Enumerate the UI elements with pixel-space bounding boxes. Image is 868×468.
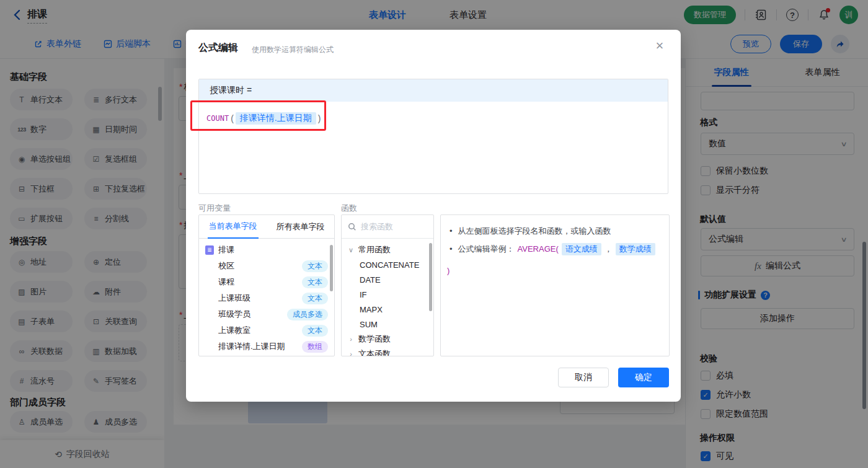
function-group-common[interactable]: ∨ 常用函数 bbox=[342, 242, 433, 257]
example-function-name: AVERAGE( bbox=[518, 241, 559, 257]
close-icon[interactable]: × bbox=[651, 37, 668, 55]
example-field-chip: 语文成绩 bbox=[562, 243, 601, 255]
variables-panel: 当前表单字段 所有表单字段 ≣ 排课 校区 文本 课程 文本 上课班级 文本 班… bbox=[198, 214, 335, 356]
function-item[interactable]: MAPX bbox=[342, 302, 433, 317]
field-type-badge: 文本 bbox=[302, 260, 328, 272]
help-panel: • 从左侧面板选择字段名和函数，或输入函数 • 公式编辑举例： AVERAGE(… bbox=[440, 214, 670, 356]
tab-all-form-fields[interactable]: 所有表单字段 bbox=[267, 215, 334, 238]
field-type-badge: 文本 bbox=[302, 276, 328, 288]
function-item[interactable]: IF bbox=[342, 287, 433, 302]
function-item[interactable]: SUM bbox=[342, 317, 433, 332]
chevron-expanded-icon: ∨ bbox=[348, 246, 354, 254]
variable-field-row[interactable]: 校区 文本 bbox=[199, 258, 334, 274]
form-doc-icon: ≣ bbox=[205, 245, 214, 255]
function-item[interactable]: DATE bbox=[342, 272, 433, 287]
formula-expression: COUNT ( 排课详情.上课日期 ) bbox=[206, 110, 321, 126]
variable-field-row[interactable]: 课程 文本 bbox=[199, 274, 334, 290]
function-search-input[interactable] bbox=[361, 222, 423, 231]
chevron-collapsed-icon: › bbox=[348, 335, 354, 343]
example-field-chip: 数学成绩 bbox=[616, 243, 655, 255]
formula-function-name: COUNT bbox=[206, 114, 229, 123]
formula-field-chip[interactable]: 排课详情.上课日期 bbox=[236, 112, 316, 125]
functions-label: 函数 bbox=[341, 203, 357, 214]
help-tip-1: • 从左侧面板选择字段名和函数，或输入函数 bbox=[450, 223, 660, 239]
variable-form-node[interactable]: ≣ 排课 bbox=[199, 242, 334, 258]
functions-scrollbar[interactable] bbox=[429, 243, 432, 311]
function-search bbox=[342, 215, 433, 239]
function-item[interactable]: CONCATENATE bbox=[342, 257, 433, 272]
variable-field-row[interactable]: 排课详情.上课日期 数组 bbox=[199, 338, 334, 355]
functions-panel: ∨ 常用函数 CONCATENATE DATE IF MAPX SUM › 数学… bbox=[341, 214, 434, 356]
formula-target: 授课课时 = bbox=[199, 79, 668, 102]
field-type-badge: 文本 bbox=[302, 325, 328, 337]
confirm-button[interactable]: 确定 bbox=[618, 368, 669, 387]
variable-field-row[interactable]: 上课班级 文本 bbox=[199, 290, 334, 306]
variable-field-row[interactable]: 上课教室 文本 bbox=[199, 322, 334, 338]
help-tip-2: • 公式编辑举例： AVERAGE( 语文成绩 ， 数学成绩 ) bbox=[450, 241, 660, 279]
variables-tabs: 当前表单字段 所有表单字段 bbox=[199, 215, 334, 239]
tab-current-form-fields[interactable]: 当前表单字段 bbox=[199, 215, 267, 238]
formula-editor-modal: 公式编辑 使用数学运算符编辑公式 × 授课课时 = COUNT ( 排课详情.上… bbox=[186, 30, 681, 402]
field-type-badge: 成员多选 bbox=[287, 309, 328, 320]
modal-title: 公式编辑 bbox=[198, 42, 238, 55]
cancel-button[interactable]: 取消 bbox=[558, 368, 609, 387]
function-group-math[interactable]: › 数学函数 bbox=[342, 332, 433, 347]
field-type-badge: 数组 bbox=[302, 341, 328, 353]
variables-label: 可用变量 bbox=[198, 203, 231, 214]
function-group-text[interactable]: › 文本函数 bbox=[342, 347, 433, 356]
variable-field-row[interactable]: 班级学员 成员多选 bbox=[199, 306, 334, 322]
modal-subtitle: 使用数学运算符编辑公式 bbox=[252, 45, 334, 55]
chevron-collapsed-icon: › bbox=[348, 350, 354, 356]
variables-scrollbar[interactable] bbox=[330, 245, 333, 291]
search-icon bbox=[348, 223, 356, 231]
formula-editor[interactable]: 授课课时 = COUNT ( 排课详情.上课日期 ) bbox=[198, 79, 668, 194]
field-type-badge: 文本 bbox=[302, 293, 328, 304]
